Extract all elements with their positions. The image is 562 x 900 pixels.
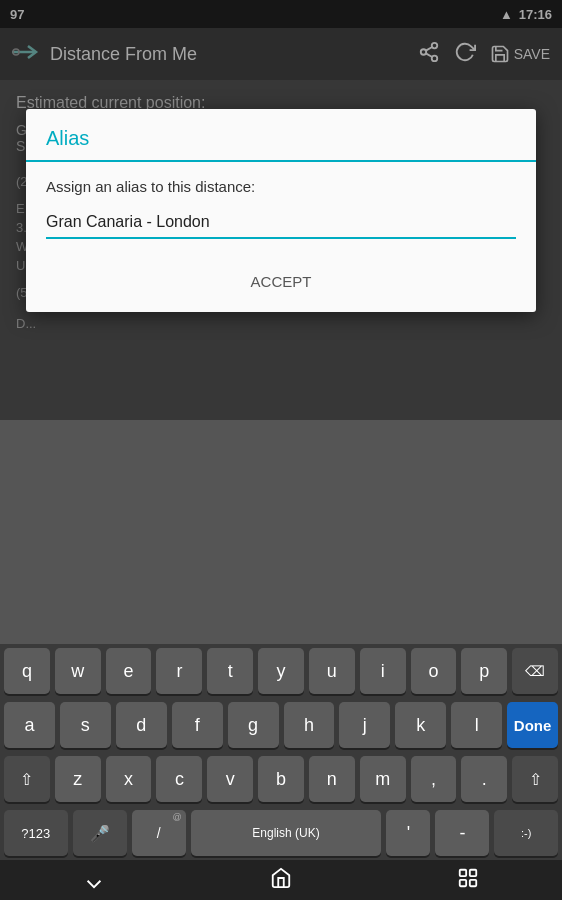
dash-key[interactable]: - <box>435 810 489 856</box>
key-d[interactable]: d <box>116 702 167 748</box>
dialog-body: Assign an alias to this distance: <box>26 162 536 255</box>
dialog-actions: Accept <box>26 255 536 312</box>
alias-dialog: Alias Assign an alias to this distance: … <box>26 109 536 312</box>
key-q[interactable]: q <box>4 648 50 694</box>
keyboard-row-2: a s d f g h j k l Done <box>0 698 562 752</box>
recents-button[interactable] <box>437 859 499 901</box>
keyboard-row-1: q w e r t y u i o p ⌫ <box>0 644 562 698</box>
key-p[interactable]: p <box>461 648 507 694</box>
key-s[interactable]: s <box>60 702 111 748</box>
svg-rect-10 <box>470 879 476 885</box>
symbol-key[interactable]: ?123 <box>4 810 68 856</box>
dialog-overlay: Alias Assign an alias to this distance: … <box>0 0 562 420</box>
key-f[interactable]: f <box>172 702 223 748</box>
apostrophe-key[interactable]: ' <box>386 810 430 856</box>
key-comma[interactable]: , <box>411 756 457 802</box>
key-t[interactable]: t <box>207 648 253 694</box>
shift-right-key[interactable]: ⇧ <box>512 756 558 802</box>
key-x[interactable]: x <box>106 756 152 802</box>
key-m[interactable]: m <box>360 756 406 802</box>
keyboard-row-4: ?123 🎤 @ / English (UK) ' - :-) <box>0 806 562 860</box>
key-v[interactable]: v <box>207 756 253 802</box>
dialog-title: Alias <box>46 127 89 149</box>
dialog-input-wrapper <box>46 209 516 239</box>
key-period[interactable]: . <box>461 756 507 802</box>
key-w[interactable]: w <box>55 648 101 694</box>
key-i[interactable]: i <box>360 648 406 694</box>
key-n[interactable]: n <box>309 756 355 802</box>
space-key[interactable]: English (UK) <box>191 810 382 856</box>
key-o[interactable]: o <box>411 648 457 694</box>
key-k[interactable]: k <box>395 702 446 748</box>
key-e[interactable]: e <box>106 648 152 694</box>
home-button[interactable] <box>250 859 312 901</box>
key-j[interactable]: j <box>339 702 390 748</box>
key-g[interactable]: g <box>228 702 279 748</box>
key-c[interactable]: c <box>156 756 202 802</box>
key-u[interactable]: u <box>309 648 355 694</box>
svg-rect-8 <box>470 869 476 875</box>
alias-input[interactable] <box>46 209 516 235</box>
key-r[interactable]: r <box>156 648 202 694</box>
key-z[interactable]: z <box>55 756 101 802</box>
backspace-key[interactable]: ⌫ <box>512 648 558 694</box>
mic-key[interactable]: 🎤 <box>73 810 127 856</box>
key-b[interactable]: b <box>258 756 304 802</box>
slash-key[interactable]: @ / <box>132 810 186 856</box>
key-a[interactable]: a <box>4 702 55 748</box>
smiley-key[interactable]: :-) <box>494 810 558 856</box>
back-button[interactable] <box>63 859 125 901</box>
shift-left-key[interactable]: ⇧ <box>4 756 50 802</box>
key-h[interactable]: h <box>284 702 335 748</box>
keyboard-row-3: ⇧ z x c v b n m , . ⇧ <box>0 752 562 806</box>
keyboard: q w e r t y u i o p ⌫ a s d f g h j k l … <box>0 644 562 860</box>
key-y[interactable]: y <box>258 648 304 694</box>
nav-bar <box>0 860 562 900</box>
accept-button[interactable]: Accept <box>227 265 336 298</box>
svg-rect-7 <box>460 869 466 875</box>
done-key[interactable]: Done <box>507 702 558 748</box>
svg-rect-9 <box>460 879 466 885</box>
dialog-title-area: Alias <box>26 109 536 162</box>
dialog-label: Assign an alias to this distance: <box>46 178 516 195</box>
key-l[interactable]: l <box>451 702 502 748</box>
